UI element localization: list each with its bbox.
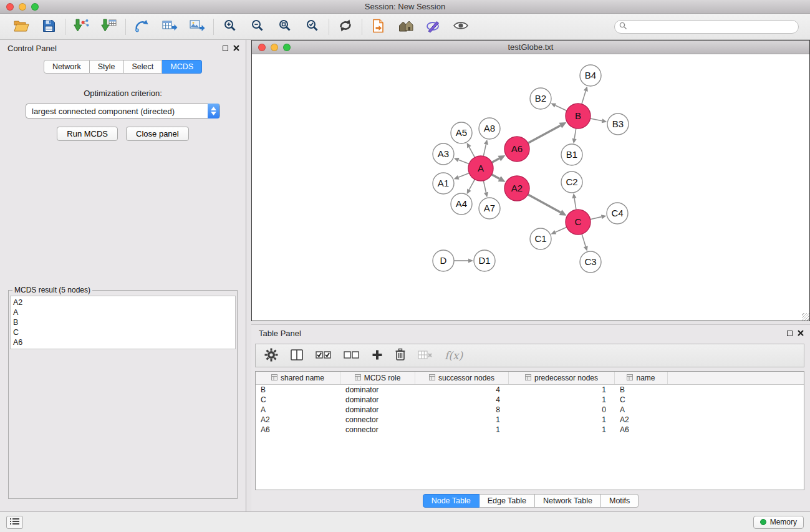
minimize-window-icon[interactable] bbox=[19, 3, 26, 11]
table-settings-button[interactable] bbox=[264, 348, 278, 364]
network-close-icon[interactable] bbox=[258, 44, 266, 51]
memory-button[interactable]: Memory bbox=[753, 516, 804, 529]
edge-A-A2[interactable] bbox=[492, 175, 499, 179]
table-row[interactable]: A6connector11A6 bbox=[256, 425, 804, 435]
result-item[interactable]: A2 bbox=[13, 297, 233, 307]
edge-A-A8[interactable] bbox=[483, 144, 486, 156]
zoom-selected-button[interactable] bbox=[302, 17, 322, 37]
table-row[interactable]: Bdominator41B bbox=[256, 385, 804, 395]
network-zoom-icon[interactable] bbox=[283, 44, 291, 51]
edge-B-B2[interactable] bbox=[556, 105, 567, 111]
edge-C-C4[interactable] bbox=[591, 217, 602, 220]
mcds-result-list[interactable]: A2ABCA6 bbox=[10, 296, 236, 349]
graph-node-B4[interactable]: B4 bbox=[580, 65, 601, 86]
delete-column-button[interactable] bbox=[418, 349, 433, 362]
column-header[interactable]: shared name bbox=[256, 372, 340, 384]
edge-B-B3[interactable] bbox=[591, 118, 602, 121]
delete-row-button[interactable] bbox=[395, 348, 406, 363]
search-input[interactable] bbox=[630, 22, 794, 31]
tab-network[interactable]: Network bbox=[44, 60, 90, 74]
graph-node-B1[interactable]: B1 bbox=[561, 144, 582, 165]
tab-edge-table[interactable]: Edge Table bbox=[480, 494, 535, 508]
column-header[interactable]: predecessor nodes bbox=[509, 372, 615, 384]
table-row[interactable]: Adominator80A bbox=[256, 405, 804, 415]
graph-node-D[interactable]: D bbox=[433, 250, 454, 271]
criterion-select[interactable]: largest connected component (directed) bbox=[26, 104, 220, 118]
graph-node-C1[interactable]: C1 bbox=[530, 228, 551, 249]
result-item[interactable]: A6 bbox=[13, 337, 233, 347]
close-panel-icon[interactable] bbox=[233, 45, 239, 51]
zoom-window-icon[interactable] bbox=[31, 3, 39, 11]
add-column-button[interactable] bbox=[372, 349, 383, 362]
result-item[interactable]: B bbox=[13, 317, 233, 327]
graph-node-B3[interactable]: B3 bbox=[607, 114, 629, 135]
graph-node-C[interactable]: C bbox=[566, 210, 591, 235]
graph-node-B[interactable]: B bbox=[566, 104, 591, 128]
run-mcds-button[interactable]: Run MCDS bbox=[57, 127, 118, 141]
table-row[interactable]: Cdominator41C bbox=[256, 395, 804, 405]
graph-node-C4[interactable]: C4 bbox=[607, 203, 628, 224]
float-table-panel-icon[interactable] bbox=[787, 331, 793, 336]
column-header[interactable]: name bbox=[615, 372, 668, 384]
tab-node-table[interactable]: Node Table bbox=[423, 494, 480, 508]
tab-mcds[interactable]: MCDS bbox=[162, 60, 202, 74]
edge-A-A6[interactable] bbox=[492, 158, 499, 162]
graph-node-A5[interactable]: A5 bbox=[451, 122, 472, 143]
import-table-button[interactable] bbox=[99, 17, 119, 37]
network-canvas[interactable]: AA1A2A3A4A5A6A7A8BB1B2B3B4CC1C2C3C4DD1 bbox=[252, 54, 809, 321]
zoom-fit-button[interactable] bbox=[275, 17, 295, 37]
edge-A-A3[interactable] bbox=[458, 160, 469, 164]
deselect-all-button[interactable] bbox=[344, 350, 360, 362]
edge-C-C1[interactable] bbox=[556, 227, 567, 232]
search-box[interactable] bbox=[614, 20, 799, 34]
show-panel-list-button[interactable] bbox=[6, 516, 23, 529]
edge-A6-B[interactable] bbox=[528, 125, 561, 143]
edge-B-B1[interactable] bbox=[574, 128, 576, 139]
edge-A-A7[interactable] bbox=[483, 181, 486, 193]
graph-node-C3[interactable]: C3 bbox=[580, 251, 601, 273]
open-session-button[interactable] bbox=[11, 17, 31, 37]
show-hide-button[interactable] bbox=[451, 17, 471, 37]
save-session-button[interactable] bbox=[39, 17, 59, 37]
tab-network-table[interactable]: Network Table bbox=[535, 494, 601, 508]
float-panel-icon[interactable] bbox=[223, 46, 228, 51]
edge-C-C2[interactable] bbox=[574, 198, 576, 210]
show-columns-button[interactable] bbox=[290, 349, 304, 363]
graph-node-A4[interactable]: A4 bbox=[451, 193, 472, 215]
graph-node-C2[interactable]: C2 bbox=[561, 172, 582, 193]
refresh-layout-button[interactable] bbox=[335, 17, 355, 37]
graph-node-A3[interactable]: A3 bbox=[433, 143, 454, 165]
export-table-button[interactable] bbox=[160, 17, 180, 37]
export-image-button[interactable] bbox=[187, 17, 207, 37]
graph-node-A[interactable]: A bbox=[468, 156, 493, 181]
network-minimize-icon[interactable] bbox=[271, 44, 278, 51]
edge-A-A1[interactable] bbox=[458, 173, 469, 177]
home-button[interactable] bbox=[396, 17, 416, 37]
graph-node-A7[interactable]: A7 bbox=[479, 198, 500, 219]
graph-node-B2[interactable]: B2 bbox=[530, 88, 551, 109]
annotation-button[interactable] bbox=[423, 17, 443, 37]
graph-node-A6[interactable]: A6 bbox=[504, 137, 529, 162]
tab-motifs[interactable]: Motifs bbox=[601, 494, 639, 508]
tab-style[interactable]: Style bbox=[90, 60, 124, 74]
select-all-button[interactable] bbox=[316, 350, 332, 362]
table-row[interactable]: A2connector11A2 bbox=[256, 415, 804, 425]
graph-node-A1[interactable]: A1 bbox=[433, 173, 454, 194]
import-network-button[interactable] bbox=[72, 17, 92, 37]
edge-B-B4[interactable] bbox=[582, 91, 586, 104]
resize-grip[interactable] bbox=[802, 313, 809, 321]
result-item[interactable]: A bbox=[13, 307, 233, 317]
result-item[interactable]: C bbox=[13, 327, 233, 337]
column-header[interactable]: MCDS role bbox=[340, 372, 415, 384]
tab-select[interactable]: Select bbox=[124, 60, 163, 74]
edge-A-A4[interactable] bbox=[469, 180, 475, 190]
edge-A2-C[interactable] bbox=[528, 195, 561, 213]
edge-C-C3[interactable] bbox=[582, 234, 586, 246]
edge-A-A5[interactable] bbox=[469, 147, 475, 158]
zoom-out-button[interactable] bbox=[248, 17, 268, 37]
graph-node-D1[interactable]: D1 bbox=[474, 250, 495, 271]
export-network-button[interactable] bbox=[132, 17, 152, 37]
function-builder-button[interactable]: f(x) bbox=[445, 349, 463, 362]
export-document-button[interactable] bbox=[369, 17, 388, 37]
graph-node-A8[interactable]: A8 bbox=[479, 118, 500, 139]
